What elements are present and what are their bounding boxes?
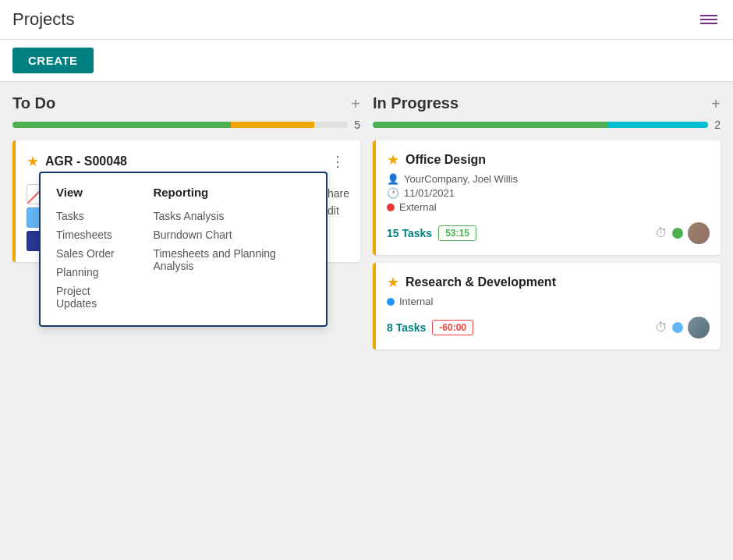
todo-count: 5 — [354, 119, 360, 131]
office-design-company: YourCompany, Joel Willis — [404, 173, 518, 185]
menu-icon[interactable] — [697, 12, 721, 27]
todo-progress: 5 — [12, 119, 360, 131]
office-design-tag-dot — [387, 204, 395, 211]
dropdown-sales-order[interactable]: Sales Order — [56, 244, 129, 263]
inprogress-progress-green — [373, 122, 607, 128]
research-footer-right: ⏱ — [655, 317, 710, 338]
research-card-header: ★ Research & Development — [387, 274, 710, 291]
toolbar: CREATE — [0, 40, 733, 82]
todo-card: ★ AGR - S00048 ⋮ View Tasks Timesheets S… — [12, 140, 360, 262]
office-design-card: ★ Office Design 👤 YourCompany, Joel Will… — [373, 140, 721, 255]
todo-column-title: To Do — [12, 94, 55, 112]
research-title-row: ★ Research & Development — [387, 274, 556, 291]
todo-card-title: AGR - S00048 — [45, 154, 127, 168]
office-design-time-badge: 53:15 — [438, 225, 476, 241]
inprogress-column: In Progress + 2 ★ Office Design 👤 YourCo… — [373, 94, 721, 537]
office-design-footer-right: ⏱ — [655, 222, 710, 244]
create-button[interactable]: CREATE — [12, 48, 94, 73]
todo-progress-gray — [314, 122, 348, 128]
inprogress-progress-teal — [607, 122, 708, 128]
office-design-card-header: ★ Office Design — [387, 151, 710, 168]
todo-card-header: ★ AGR - S00048 ⋮ — [27, 151, 349, 172]
inprogress-add-button[interactable]: + — [711, 96, 721, 112]
todo-card-menu-icon[interactable]: ⋮ — [326, 151, 349, 172]
dropdown-timesheets[interactable]: Timesheets — [56, 225, 129, 244]
office-design-tag-row: External — [387, 201, 710, 213]
todo-progress-bar — [12, 122, 348, 128]
research-tag-row: Internal — [387, 296, 710, 307]
research-meta: Internal — [387, 296, 710, 307]
todo-star-icon[interactable]: ★ — [27, 153, 39, 170]
office-design-title-row: ★ Office Design — [387, 151, 486, 168]
office-design-clock-icon[interactable]: ⏱ — [655, 226, 667, 240]
dropdown-menu: View Tasks Timesheets Sales Order Planni… — [39, 172, 328, 327]
office-design-meta: 👤 YourCompany, Joel Willis 🕐 11/01/2021 … — [387, 173, 710, 213]
research-tag: Internal — [399, 296, 433, 307]
dropdown-tasks[interactable]: Tasks — [56, 207, 129, 225]
research-avatar-img — [688, 317, 710, 338]
dropdown-reporting-col: Reporting Tasks Analysis Burndown Chart … — [153, 186, 310, 313]
page-title: Projects — [12, 9, 74, 30]
research-tasks: 8 Tasks — [387, 321, 426, 334]
research-clock-icon[interactable]: ⏱ — [655, 321, 667, 335]
inprogress-progress: 2 — [373, 119, 721, 131]
dropdown-project-updates[interactable]: Project Updates — [56, 282, 129, 313]
office-design-avatar — [688, 222, 710, 244]
inprogress-count: 2 — [714, 119, 721, 131]
person-icon: 👤 — [387, 173, 399, 185]
dropdown-columns: View Tasks Timesheets Sales Order Planni… — [56, 186, 310, 313]
office-design-tasks: 15 Tasks — [387, 227, 432, 239]
research-tag-dot — [387, 298, 395, 306]
research-card: ★ Research & Development Internal 8 Task… — [373, 263, 721, 349]
office-design-status-dot — [672, 228, 683, 239]
dropdown-view-col: View Tasks Timesheets Sales Order Planni… — [56, 186, 129, 313]
office-design-title: Office Design — [405, 153, 486, 167]
research-footer: 8 Tasks -60:00 ⏱ — [387, 317, 710, 338]
office-design-date-row: 🕐 11/01/2021 — [387, 187, 710, 199]
columns-container: To Do + 5 ★ AGR - S00048 ⋮ — [0, 82, 733, 550]
dropdown-timesheets-planning[interactable]: Timesheets and Planning Analysis — [153, 244, 310, 275]
todo-progress-green — [12, 122, 231, 128]
office-design-star-icon[interactable]: ★ — [387, 151, 399, 168]
top-bar: Projects — [0, 0, 733, 40]
inprogress-column-header: In Progress + — [373, 94, 721, 112]
dropdown-reporting-heading: Reporting — [153, 186, 310, 199]
dropdown-tasks-analysis[interactable]: Tasks Analysis — [153, 207, 310, 225]
dropdown-view-list: Tasks Timesheets Sales Order Planning Pr… — [56, 207, 129, 313]
todo-card-title-row: ★ AGR - S00048 — [27, 153, 127, 170]
todo-column: To Do + 5 ★ AGR - S00048 ⋮ — [12, 94, 360, 537]
office-design-avatar-img — [688, 222, 710, 244]
dropdown-view-heading: View — [56, 186, 129, 199]
office-design-tag: External — [399, 201, 437, 213]
todo-progress-orange — [231, 122, 315, 128]
office-design-company-row: 👤 YourCompany, Joel Willis — [387, 173, 710, 185]
dropdown-reporting-list: Tasks Analysis Burndown Chart Timesheets… — [153, 207, 310, 275]
office-design-footer: 15 Tasks 53:15 ⏱ — [387, 222, 710, 244]
clock-meta-icon: 🕐 — [387, 187, 399, 199]
inprogress-column-title: In Progress — [373, 94, 459, 112]
research-title: Research & Development — [405, 275, 556, 289]
dropdown-burndown-chart[interactable]: Burndown Chart — [153, 225, 310, 244]
office-design-date: 11/01/2021 — [404, 187, 455, 199]
research-star-icon[interactable]: ★ — [387, 274, 399, 291]
research-time-badge: -60:00 — [432, 320, 473, 335]
inprogress-progress-bar — [373, 122, 708, 128]
research-avatar — [688, 317, 710, 338]
todo-column-header: To Do + — [12, 94, 360, 112]
research-status-dot — [672, 322, 683, 333]
todo-add-button[interactable]: + — [351, 96, 360, 112]
dropdown-planning[interactable]: Planning — [56, 263, 129, 282]
